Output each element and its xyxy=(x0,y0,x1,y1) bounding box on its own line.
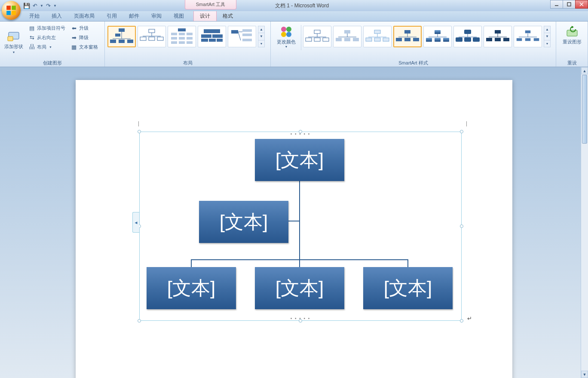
style-item-5[interactable] xyxy=(423,26,452,47)
change-colors-button[interactable]: 更改颜色 ▼ xyxy=(273,23,299,59)
promote-icon: ⬅ xyxy=(70,25,77,31)
resize-handle-bm[interactable] xyxy=(299,319,302,323)
scrollbar-thumb[interactable] xyxy=(582,75,587,144)
svg-rect-77 xyxy=(426,38,432,42)
scroll-more-icon[interactable]: ▾ xyxy=(544,40,550,47)
group-reset-label: 重设 xyxy=(556,60,588,66)
tab-view[interactable]: 视图 xyxy=(168,11,190,21)
scroll-down-icon[interactable]: ▼ xyxy=(258,33,264,40)
svg-rect-22 xyxy=(149,37,155,40)
svg-rect-1 xyxy=(12,6,16,10)
tab-insert[interactable]: 插入 xyxy=(46,11,68,21)
style-item-2[interactable] xyxy=(333,26,361,47)
qat-customize-icon[interactable]: ▼ xyxy=(53,4,57,8)
smartart-node-2[interactable]: [文本] xyxy=(199,201,288,243)
svg-rect-9 xyxy=(8,37,13,41)
node-text: [文本] xyxy=(167,276,215,301)
tab-design[interactable]: 设计 xyxy=(193,10,217,21)
office-button[interactable] xyxy=(2,1,21,20)
svg-rect-83 xyxy=(456,37,462,42)
svg-line-44 xyxy=(238,32,241,40)
style-item-4[interactable] xyxy=(393,26,422,47)
undo-icon[interactable]: ↶ xyxy=(33,3,37,9)
svg-rect-61 xyxy=(353,38,359,41)
rtl-label: 从右向左 xyxy=(37,34,56,41)
promote-button[interactable]: ⬅升级 xyxy=(69,23,100,33)
paragraph-mark-icon: ↵ xyxy=(467,315,472,322)
layout-item-3[interactable] xyxy=(168,26,196,47)
maximize-button[interactable] xyxy=(563,0,576,9)
dropdown-arrow-icon: ▼ xyxy=(12,51,15,54)
resize-handle-tm[interactable] xyxy=(299,130,302,133)
resize-handle-br[interactable] xyxy=(460,319,463,323)
smartart-node-5[interactable]: [文本] xyxy=(363,267,453,309)
rtl-button[interactable]: ⇆从右向左 xyxy=(27,33,67,42)
svg-rect-45 xyxy=(242,39,252,41)
demote-button[interactable]: ➡降级 xyxy=(69,33,100,42)
add-shape-button[interactable]: 添加形状 ▼ xyxy=(3,24,25,58)
svg-rect-32 xyxy=(179,41,185,44)
layout-gallery-scroll[interactable]: ▲ ▼ ▾ xyxy=(258,26,265,47)
layout-item-5[interactable] xyxy=(228,26,256,47)
connector xyxy=(191,259,192,268)
style-item-3[interactable] xyxy=(363,26,392,47)
group-layouts: ▲ ▼ ▾ 布局 xyxy=(105,22,271,67)
scroll-more-icon[interactable]: ▾ xyxy=(258,40,264,47)
svg-rect-54 xyxy=(314,38,320,41)
add-bullet-button[interactable]: ▤添加项目符号 xyxy=(27,23,67,33)
style-item-7[interactable] xyxy=(484,26,512,47)
scroll-up-icon[interactable]: ▲ xyxy=(581,67,588,74)
smartart-node-3[interactable]: [文本] xyxy=(147,267,236,309)
tab-references[interactable]: 引用 xyxy=(101,11,123,21)
group-reset: 重设图形 重设 xyxy=(556,22,588,67)
reset-label: 重设图形 xyxy=(563,39,582,45)
style-item-1[interactable] xyxy=(303,26,331,47)
scroll-down-icon[interactable]: ▼ xyxy=(581,371,588,378)
style-item-8[interactable] xyxy=(514,26,542,47)
minimize-button[interactable] xyxy=(550,0,563,9)
svg-rect-42 xyxy=(242,29,252,32)
resize-handle-bl[interactable] xyxy=(138,319,141,323)
tab-format[interactable]: 格式 xyxy=(217,11,239,21)
save-icon[interactable]: 💾 xyxy=(23,3,30,9)
reset-graphic-button[interactable]: 重设图形 xyxy=(559,23,585,45)
smartart-frame[interactable]: • • • • • • • • • • ◄ ↵ [文本] [文本] [文本] [… xyxy=(139,132,462,321)
layout-item-1[interactable] xyxy=(107,26,136,47)
tab-review[interactable]: 审阅 xyxy=(145,11,168,21)
title-bar: 💾 ↶ ▼ ↷ ▼ SmartArt 工具 文档 1 - Microsoft W… xyxy=(0,0,588,11)
tab-mail[interactable]: 邮件 xyxy=(123,11,145,21)
resize-handle-rm[interactable] xyxy=(460,224,463,228)
layout-item-4[interactable] xyxy=(198,26,226,47)
svg-rect-74 xyxy=(435,30,441,34)
svg-rect-0 xyxy=(6,6,11,10)
smartart-node-4[interactable]: [文本] xyxy=(255,267,344,309)
redo-icon[interactable]: ↷ xyxy=(46,3,51,9)
document-area[interactable]: • • • • • • • • • • ◄ ↵ [文本] [文本] [文本] [… xyxy=(0,67,588,378)
layout-label: 布局 xyxy=(37,44,46,50)
svg-rect-10 xyxy=(119,28,125,32)
smartart-node-1[interactable]: [文本] xyxy=(255,139,344,181)
style-gallery-scroll[interactable]: ▲ ▼ ▾ xyxy=(544,26,551,47)
tab-home[interactable]: 开始 xyxy=(23,11,46,21)
svg-rect-28 xyxy=(171,37,177,40)
scroll-down-icon[interactable]: ▼ xyxy=(544,33,550,40)
scroll-up-icon[interactable]: ▲ xyxy=(544,26,550,33)
close-button[interactable] xyxy=(575,0,588,9)
undo-dropdown-icon[interactable]: ▼ xyxy=(40,4,43,8)
margin-marker-right xyxy=(466,121,467,126)
layout-button[interactable]: 品布局▼ xyxy=(27,42,67,52)
svg-rect-91 xyxy=(503,38,509,41)
tab-pagelayout[interactable]: 页面布局 xyxy=(68,11,101,21)
window-buttons xyxy=(551,0,588,9)
vertical-scrollbar[interactable]: ▲ ▼ xyxy=(581,67,588,378)
style-item-6[interactable] xyxy=(453,26,482,47)
svg-rect-12 xyxy=(115,34,120,37)
svg-rect-65 xyxy=(366,38,372,41)
resize-handle-tr[interactable] xyxy=(460,130,463,133)
resize-handle-tl[interactable] xyxy=(138,130,141,133)
svg-rect-16 xyxy=(119,40,125,43)
scroll-up-icon[interactable]: ▲ xyxy=(258,26,264,33)
text-pane-toggle[interactable]: ◄ xyxy=(132,212,139,233)
layout-item-2[interactable] xyxy=(138,26,166,47)
textpane-button[interactable]: ▦文本窗格 xyxy=(69,42,100,52)
